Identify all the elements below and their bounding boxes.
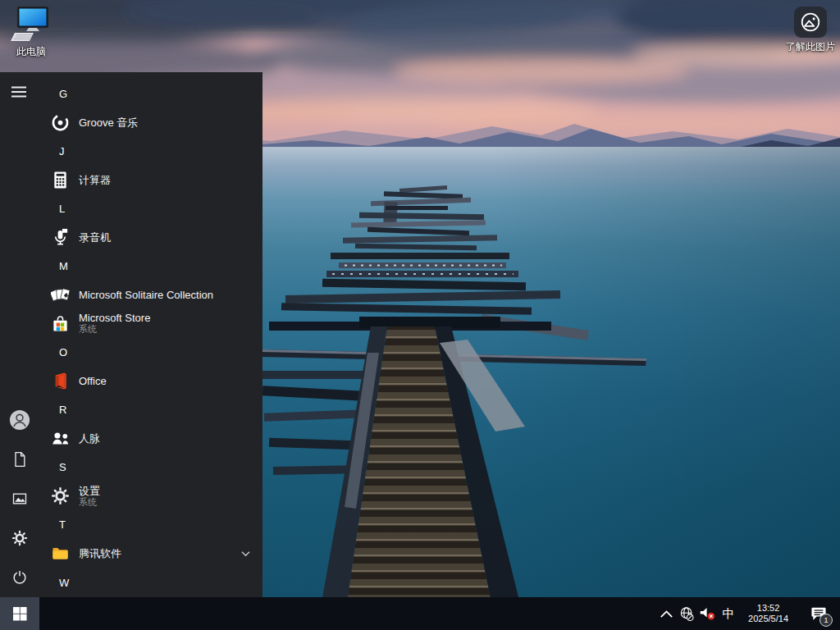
chevron-down-icon[interactable] xyxy=(241,550,250,557)
app-section-header[interactable]: T xyxy=(39,510,262,540)
app-item-office[interactable]: Office xyxy=(39,367,262,395)
screen: 此电脑 了解此图片 GGroove 音乐J计算器L录音机MMicrosoft S… xyxy=(0,0,840,630)
spotlight-tile xyxy=(794,7,827,38)
app-item-gear[interactable]: 设置系统 xyxy=(39,482,262,510)
notification-badge: 1 xyxy=(819,614,833,627)
app-section-header[interactable]: L xyxy=(39,194,262,223)
office-icon xyxy=(49,370,71,391)
this-pc-icon xyxy=(10,5,52,43)
voice-recorder-icon xyxy=(49,227,71,249)
volume-muted-button[interactable] xyxy=(697,597,718,630)
app-label: 人脉 xyxy=(79,432,100,445)
app-item-people[interactable]: 人脉 xyxy=(39,424,262,452)
section-letter: O xyxy=(59,346,67,358)
app-label: Microsoft Store xyxy=(79,312,150,324)
ime-indicator[interactable]: 中 xyxy=(718,597,739,630)
globe-offline-icon xyxy=(679,606,695,622)
app-item-solitaire[interactable]: Microsoft Solitaire Collection xyxy=(39,281,262,309)
hamburger-icon xyxy=(11,84,28,100)
store-icon xyxy=(49,313,71,334)
documents-icon xyxy=(11,451,28,468)
section-letter: R xyxy=(59,404,66,416)
app-item-store[interactable]: Microsoft Store系统 xyxy=(39,309,262,337)
section-letter: G xyxy=(59,88,67,100)
app-sublabel: 系统 xyxy=(79,497,100,508)
clock-date: 2025/5/14 xyxy=(748,614,788,624)
app-section-header[interactable]: R xyxy=(39,395,262,424)
power-icon xyxy=(11,569,28,586)
power-button[interactable] xyxy=(0,558,39,597)
settings-button[interactable] xyxy=(0,518,39,558)
taskbar-clock[interactable]: 13:52 2025/5/14 xyxy=(739,597,797,630)
app-section-header[interactable]: M xyxy=(39,252,262,281)
people-icon xyxy=(49,427,71,449)
volume-muted-icon xyxy=(699,606,716,621)
app-list: GGroove 音乐J计算器L录音机MMicrosoft Solitaire C… xyxy=(39,72,262,597)
app-label: 计算器 xyxy=(79,174,111,186)
app-section-header[interactable]: J xyxy=(39,136,262,166)
taskbar: 中 13:52 2025/5/14 1 xyxy=(0,597,840,630)
app-label: Office xyxy=(79,375,107,387)
system-tray: 中 13:52 2025/5/14 1 xyxy=(656,597,840,630)
start-menu-rail xyxy=(0,72,39,597)
app-item-groove-music[interactable]: Groove 音乐 xyxy=(39,108,262,136)
desktop-icon-spotlight[interactable]: 了解此图片 xyxy=(779,7,840,54)
action-center-button[interactable]: 1 xyxy=(797,597,840,630)
app-sublabel: 系统 xyxy=(79,324,150,335)
start-button[interactable] xyxy=(0,597,39,630)
desktop-icon-this-pc[interactable]: 此电脑 xyxy=(0,5,62,59)
start-menu: GGroove 音乐J计算器L录音机MMicrosoft Solitaire C… xyxy=(0,72,262,597)
chevron-up-icon xyxy=(660,607,673,621)
section-letter: W xyxy=(59,577,69,589)
gear-icon xyxy=(11,530,28,546)
network-status-button[interactable] xyxy=(677,597,697,630)
windows-logo-icon xyxy=(13,607,27,621)
calculator-icon xyxy=(49,169,71,190)
app-label: 腾讯软件 xyxy=(79,547,121,559)
app-section-header[interactable]: S xyxy=(39,453,262,482)
app-label: Microsoft Solitaire Collection xyxy=(79,289,213,301)
app-item-voice-recorder[interactable]: 录音机 xyxy=(39,224,262,252)
documents-button[interactable] xyxy=(0,440,39,479)
app-section-header[interactable]: O xyxy=(39,337,262,367)
section-letter: S xyxy=(59,461,66,473)
tray-expand-button[interactable] xyxy=(656,597,677,630)
user-avatar-icon xyxy=(9,409,30,431)
hamburger-menu-button[interactable] xyxy=(0,72,39,112)
spotlight-label: 了解此图片 xyxy=(786,40,835,54)
pictures-button[interactable] xyxy=(0,479,39,518)
user-account-button[interactable] xyxy=(0,400,39,440)
gear-icon xyxy=(49,486,71,507)
section-letter: J xyxy=(59,145,65,158)
app-section-header[interactable]: W xyxy=(39,568,262,597)
this-pc-label: 此电脑 xyxy=(16,45,46,59)
app-item-folder[interactable]: 腾讯软件 xyxy=(39,540,262,568)
solitaire-icon xyxy=(49,285,71,306)
section-letter: L xyxy=(59,203,65,215)
app-label: 设置 xyxy=(79,485,100,497)
section-letter: M xyxy=(59,260,68,272)
groove-music-icon xyxy=(49,112,71,133)
app-section-header[interactable]: G xyxy=(39,79,262,108)
folder-icon xyxy=(49,543,71,564)
app-item-calculator[interactable]: 计算器 xyxy=(39,166,262,194)
pictures-icon xyxy=(11,491,28,507)
picture-icon xyxy=(800,11,821,33)
section-letter: T xyxy=(59,518,66,531)
app-label: Groove 音乐 xyxy=(79,116,138,129)
clock-time: 13:52 xyxy=(757,603,780,614)
app-label: 录音机 xyxy=(79,231,111,244)
